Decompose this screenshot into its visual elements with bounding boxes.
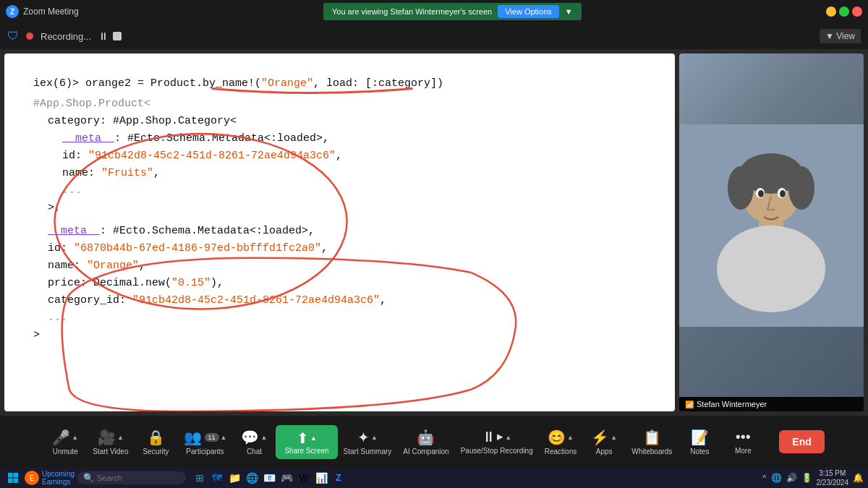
notes-button[interactable]: 📝 Notes [678,426,721,458]
tray-chevron[interactable]: ^ [762,474,766,482]
recording-dot [26,33,33,40]
security-button[interactable]: 🔒 Security [135,426,178,458]
current-date: 2/23/2024 [817,478,849,487]
reactions-label: Reactions [545,448,576,455]
window-controls [826,7,862,17]
taskbar-search-input[interactable] [97,474,169,482]
svg-rect-13 [14,473,19,478]
windows-logo-icon [7,472,19,484]
code-name-fruits: "Fruits" [101,167,153,179]
upcoming-text: UpcomingEarnings [42,470,75,486]
whiteboards-label: Whiteboards [631,448,672,455]
svg-rect-14 [8,479,13,484]
code-line-11b: , [139,260,145,272]
code-line-11: name: [48,260,87,272]
svg-rect-12 [8,473,13,478]
code-line-3: category: #App.Shop.Category< [48,115,237,127]
taskbar-app-2[interactable]: 🗺 [209,470,225,486]
share-screen-label: Share Screen [284,447,328,455]
search-icon: 🔍 [83,473,94,483]
screen-share-banner: You are viewing Stefan Wintermeyer's scr… [323,3,582,20]
code-line-10: id: [48,242,74,254]
code-line-9b: : #Ecto.Schema.Metadata<:loaded>, [100,225,315,237]
code-line-4: __meta__ [62,132,114,145]
security-label: Security [142,448,169,455]
apps-icon: ⚡▲ [591,429,617,446]
view-options-chevron: ▼ [565,7,573,16]
code-line-5: id: [62,150,88,162]
code-line-12: price: Decimal.new( [48,277,171,289]
code-line-1-post: , load: [:category]) [313,77,443,90]
code-id-1: "91cb42d8-45c2-451d-8261-72ae4d94a3c6" [88,150,336,162]
taskbar-zoom[interactable]: Z [331,470,346,486]
svg-point-11 [780,190,786,197]
close-button[interactable] [852,7,862,17]
unmute-button[interactable]: 🎤▲ Unmute [43,426,87,458]
participants-label: Participants [186,448,224,455]
minimize-button[interactable] [826,7,836,17]
current-time: 3:15 PM [817,468,849,478]
apps-label: Apps [596,448,613,455]
more-button[interactable]: ••• More [721,426,765,458]
person-silhouette [679,124,864,327]
code-content: iex(6)> orange2 = Product.by_name!("Oran… [4,53,675,411]
code-id-2: "6870b44b-67ed-4186-97ed-bbfffd1fc2a0" [74,242,321,254]
taskbar-search[interactable]: 🔍 [77,471,186,484]
taskbar-app-3[interactable]: 📁 [226,470,242,486]
svg-point-7 [788,166,814,210]
ai-companion-button[interactable]: 🤖 AI Companion [397,426,454,458]
taskbar-app-6[interactable]: W [296,470,312,486]
ai-companion-label: AI Companion [403,448,448,455]
recording-controls: ⏸ [98,30,122,42]
window-title: Zoom Meeting [23,7,79,17]
maximize-button[interactable] [839,7,849,17]
apps-button[interactable]: ⚡▲ Apps [582,426,626,458]
pause-recording-icon: ⏸▶▲ [482,429,511,445]
share-screen-button[interactable]: ⬆▲ Share Screen [276,425,337,459]
participants-button[interactable]: 👥11▲ Participants [178,426,233,458]
taskbar-app-chrome[interactable]: 🌐 [244,470,260,486]
taskbar-app-4[interactable]: 📧 [261,470,277,486]
webcam-panel: 📶 Stefan Wintermeyer [679,53,864,411]
end-button[interactable]: End [779,430,824,453]
webcam-video [679,53,864,397]
start-summary-button[interactable]: ✦▲ Start Summary [338,426,398,458]
view-button[interactable]: ▼ View [820,29,861,43]
battery-icon: 🔋 [801,473,812,483]
signal-icon: 📶 [685,401,694,408]
time-display: 3:15 PM 2/23/2024 [817,468,849,487]
unmute-label: Unmute [53,448,78,455]
taskbar-app-1[interactable]: ⊞ [192,470,208,486]
code-line-6: name: [62,167,101,179]
chat-icon: 💬▲ [241,429,267,446]
participants-icon: 👥11▲ [184,429,227,446]
whiteboards-button[interactable]: 📋 Whiteboards [626,426,678,458]
pause-recording-button[interactable]: ⏸▶▲ Pause/Stop Recording [455,426,539,458]
svg-rect-15 [14,479,19,484]
zoom-logo: Z [6,5,19,18]
pause-recording-icon[interactable]: ⏸ [98,30,109,42]
code-line-2: #App.Shop.Product< [33,98,150,110]
volume-icon[interactable]: 🔊 [786,473,797,483]
notifications-icon[interactable]: 🔔 [853,473,864,483]
stop-recording-button[interactable] [113,32,122,40]
code-slide: iex(6)> orange2 = Product.by_name!("Oran… [4,53,675,411]
start-video-button[interactable]: 🎥▲ Start Video [87,426,134,458]
shield-icon: 🛡 [7,30,19,43]
taskbar-app-7[interactable]: 📊 [313,470,329,486]
code-final-bracket: > [33,329,40,341]
ai-companion-icon: 🤖 [417,429,435,446]
code-category-id: "91cb42d8-45c2-451d-8261-72ae4d94a3c6" [132,294,380,307]
code-line-6b: , [153,167,160,179]
svg-point-10 [758,190,764,197]
reactions-button[interactable]: 😊▲ Reactions [539,426,582,458]
code-ellipsis-2: ... [48,312,67,324]
code-line-10b: , [321,242,328,254]
chat-button[interactable]: 💬▲ Chat [232,426,276,458]
code-ellipsis-1: ... [62,184,82,197]
taskbar-app-5[interactable]: 🎮 [278,470,294,486]
view-options-button[interactable]: View Options [498,5,559,18]
code-line-13b: , [380,294,386,307]
windows-start-button[interactable] [4,469,22,487]
recording-bar: 🛡 Recording... ⏸ ▼ View [0,23,868,49]
